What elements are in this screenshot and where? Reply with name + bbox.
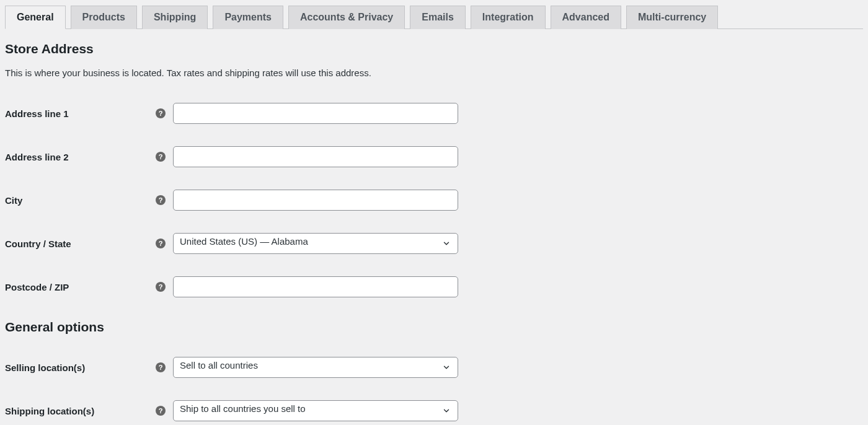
tab-multi-currency[interactable]: Multi-currency (626, 6, 718, 29)
store-address-title: Store Address (5, 42, 863, 56)
address2-input[interactable] (173, 146, 458, 167)
postcode-input[interactable] (173, 276, 458, 297)
city-input[interactable] (173, 190, 458, 211)
tab-payments[interactable]: Payments (213, 6, 283, 29)
help-icon[interactable]: ? (156, 282, 166, 292)
tab-advanced[interactable]: Advanced (551, 6, 621, 29)
country-state-label: Country / State (5, 239, 156, 249)
tab-accounts-privacy[interactable]: Accounts & Privacy (288, 6, 405, 29)
row-address1: Address line 1 ? (5, 103, 863, 124)
help-icon[interactable]: ? (156, 239, 166, 248)
tab-emails[interactable]: Emails (410, 6, 466, 29)
row-city: City ? (5, 190, 863, 211)
address1-input[interactable] (173, 103, 458, 124)
selling-locations-select[interactable]: Sell to all countries (173, 357, 458, 378)
tab-products[interactable]: Products (71, 6, 137, 29)
shipping-locations-select[interactable]: Ship to all countries you sell to (173, 400, 458, 421)
address1-label: Address line 1 (5, 108, 156, 119)
help-icon[interactable]: ? (156, 406, 166, 416)
postcode-label: Postcode / ZIP (5, 282, 156, 292)
row-country-state: Country / State ? United States (US) — A… (5, 233, 863, 254)
row-shipping-locations: Shipping location(s) ? Ship to all count… (5, 400, 863, 421)
settings-tabs: General Products Shipping Payments Accou… (5, 5, 863, 29)
help-icon[interactable]: ? (156, 152, 166, 162)
selling-locations-label: Selling location(s) (5, 362, 156, 373)
row-selling-locations: Selling location(s) ? Sell to all countr… (5, 357, 863, 378)
help-icon[interactable]: ? (156, 195, 166, 205)
shipping-locations-label: Shipping location(s) (5, 406, 156, 416)
row-postcode: Postcode / ZIP ? (5, 276, 863, 297)
tab-integration[interactable]: Integration (471, 6, 546, 29)
address2-label: Address line 2 (5, 152, 156, 162)
help-icon[interactable]: ? (156, 362, 166, 372)
tab-general[interactable]: General (5, 6, 66, 29)
help-icon[interactable]: ? (156, 108, 166, 118)
city-label: City (5, 195, 156, 206)
tab-shipping[interactable]: Shipping (142, 6, 208, 29)
store-address-desc: This is where your business is located. … (5, 68, 863, 78)
country-state-select[interactable]: United States (US) — Alabama (173, 233, 458, 254)
general-options-title: General options (5, 320, 863, 335)
row-address2: Address line 2 ? (5, 146, 863, 167)
